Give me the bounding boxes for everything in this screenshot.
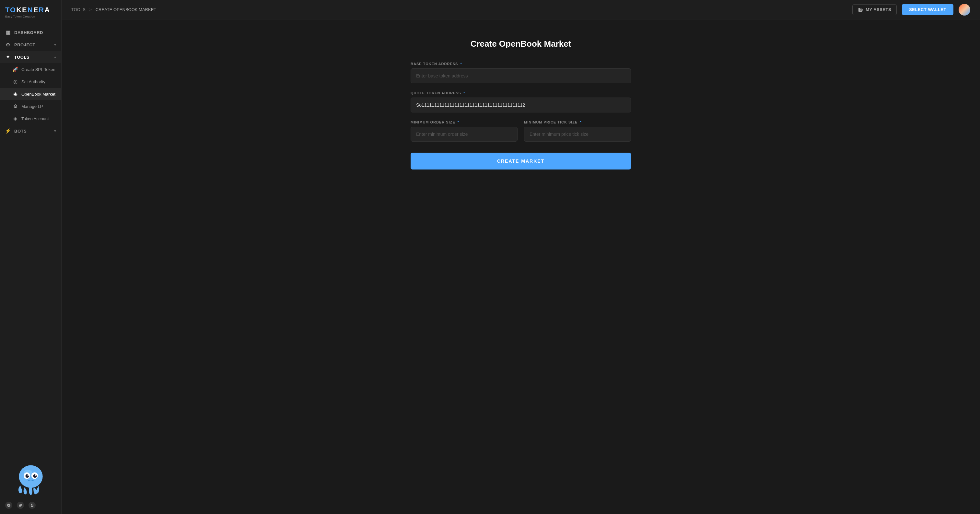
project-icon: ⊙ — [5, 42, 11, 48]
sidebar-item-create-spl[interactable]: 🚀 Create SPL Token — [0, 63, 61, 75]
social-twitter[interactable] — [17, 502, 24, 509]
topbar-right: MY ASSETS SELECT WALLET — [852, 4, 970, 16]
my-assets-label: MY ASSETS — [865, 7, 891, 12]
min-price-group: MINIMUM PRICE TICK SIZE * — [524, 120, 631, 142]
main-content: TOOLS > CREATE OPENBOOK MARKET MY ASSETS… — [62, 0, 980, 514]
tools-icon: ✦ — [5, 54, 11, 60]
min-order-label: MINIMUM ORDER SIZE * — [410, 120, 517, 124]
breadcrumb-root: TOOLS — [71, 7, 86, 12]
breadcrumb-current: CREATE OPENBOOK MARKET — [95, 7, 156, 12]
sidebar-label-create-spl: Create SPL Token — [21, 67, 56, 72]
nav-section: ▦ DASHBOARD ⊙ PROJECT ▾ ✦ TOOLS ▴ 🚀 Crea… — [0, 23, 61, 454]
logo: TOKENERA — [5, 6, 56, 14]
breadcrumb: TOOLS > CREATE OPENBOOK MARKET — [71, 7, 846, 12]
token-account-icon: ◈ — [12, 116, 18, 121]
sidebar-label-set-authority: Set Authority — [21, 80, 45, 84]
page-title: Create OpenBook Market — [410, 39, 631, 49]
form-card: Create OpenBook Market BASE TOKEN ADDRES… — [410, 39, 631, 495]
min-price-input[interactable] — [524, 127, 631, 142]
base-token-label: BASE TOKEN ADDRESS * — [410, 62, 631, 66]
sidebar-label-project: PROJECT — [14, 43, 35, 47]
mascot-area — [0, 454, 61, 499]
sidebar-label-bots: BOTS — [14, 129, 27, 134]
sidebar-item-project[interactable]: ⊙ PROJECT ▾ — [0, 38, 61, 51]
user-avatar[interactable] — [959, 4, 970, 16]
sidebar-item-tools[interactable]: ✦ TOOLS ▴ — [0, 51, 61, 63]
openbook-icon: ◉ — [12, 91, 18, 97]
sidebar-item-set-authority[interactable]: ◎ Set Authority — [0, 75, 61, 88]
sidebar-label-dashboard: DASHBOARD — [14, 30, 43, 35]
svg-point-7 — [35, 474, 37, 476]
sidebar-label-openbook: OpenBook Market — [21, 92, 56, 97]
size-row: MINIMUM ORDER SIZE * MINIMUM PRICE TICK … — [410, 120, 631, 142]
manage-lp-icon: ⚙ — [12, 103, 18, 109]
bots-chevron: ▾ — [54, 129, 56, 133]
create-spl-icon: 🚀 — [12, 67, 18, 72]
svg-point-6 — [27, 474, 29, 476]
logo-area: TOKENERA Easy Token Creation — [0, 0, 61, 23]
logo-subtitle: Easy Token Creation — [5, 15, 56, 18]
social-telegram[interactable] — [5, 502, 12, 509]
quote-token-group: QUOTE TOKEN ADDRESS * — [410, 91, 631, 113]
my-assets-button[interactable]: MY ASSETS — [852, 4, 897, 15]
create-market-button[interactable]: CREATE MARKET — [410, 153, 631, 170]
base-token-group: BASE TOKEN ADDRESS * — [410, 62, 631, 83]
wallet-icon — [858, 7, 863, 12]
breadcrumb-sep: > — [89, 7, 92, 12]
svg-point-0 — [19, 465, 43, 488]
social-docs[interactable] — [29, 502, 36, 509]
sidebar-item-dashboard[interactable]: ▦ DASHBOARD — [0, 26, 61, 38]
min-order-input[interactable] — [410, 127, 517, 142]
sidebar: TOKENERA Easy Token Creation ▦ DASHBOARD… — [0, 0, 62, 514]
base-token-input[interactable] — [410, 68, 631, 83]
sidebar-item-manage-lp[interactable]: ⚙ Manage LP — [0, 100, 61, 113]
page-content: Create OpenBook Market BASE TOKEN ADDRES… — [62, 19, 980, 514]
sidebar-item-bots[interactable]: ⚡ BOTS ▾ — [0, 125, 61, 137]
quote-token-input[interactable] — [410, 97, 631, 113]
tools-chevron: ▴ — [54, 55, 56, 59]
min-price-label: MINIMUM PRICE TICK SIZE * — [524, 120, 631, 124]
bots-icon: ⚡ — [5, 128, 11, 134]
sidebar-item-openbook-market[interactable]: ◉ OpenBook Market — [0, 88, 61, 100]
sidebar-label-manage-lp: Manage LP — [21, 104, 43, 109]
min-order-group: MINIMUM ORDER SIZE * — [410, 120, 517, 142]
topbar: TOOLS > CREATE OPENBOOK MARKET MY ASSETS… — [62, 0, 980, 19]
sidebar-item-token-account[interactable]: ◈ Token Account — [0, 113, 61, 125]
dashboard-icon: ▦ — [5, 30, 11, 35]
sidebar-label-token-account: Token Account — [21, 116, 49, 121]
project-chevron: ▾ — [54, 43, 56, 47]
sidebar-label-tools: TOOLS — [14, 55, 30, 60]
set-authority-icon: ◎ — [12, 79, 18, 84]
quote-token-label: QUOTE TOKEN ADDRESS * — [410, 91, 631, 95]
mascot-svg — [13, 460, 49, 496]
social-row — [0, 499, 61, 514]
select-wallet-button[interactable]: SELECT WALLET — [902, 4, 953, 15]
